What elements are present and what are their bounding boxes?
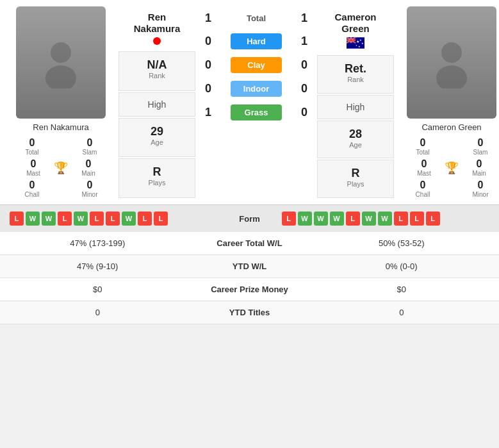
center-panel: 1 Total 1 0 Hard 1 0 Clay 0 0 Indoor (199, 6, 314, 198)
player1-rank-label: Rank (122, 72, 192, 79)
clay-score-p2: 0 (295, 58, 314, 72)
form-label: Form (224, 214, 275, 224)
grass-row: 1 Grass 0 (199, 104, 314, 120)
form-badge-l: L (138, 212, 152, 226)
player1-flag (153, 37, 161, 45)
stat-label: Chall (25, 191, 40, 198)
p2-career-wl: 50% (53-52) (314, 238, 490, 248)
player2-plays-value: R (320, 167, 391, 180)
player2-age-value: 28 (320, 128, 391, 141)
player1-avatar (16, 6, 106, 119)
player2-name-label: Cameron Green (421, 122, 481, 132)
player2-high-value: High (320, 102, 391, 112)
stat-cell: 0Minor (64, 179, 115, 198)
p2-titles: 0 (314, 308, 490, 317)
stat-value: 0 (477, 158, 482, 170)
form-badge-l: L (282, 212, 296, 226)
p2-prize: $0 (314, 285, 490, 294)
form-badge-l: L (154, 212, 168, 226)
indoor-row: 0 Indoor 0 (199, 81, 314, 97)
stat-label: Main (472, 170, 486, 177)
mast-trophy-main-row: 0Mast🏆0Main (6, 158, 115, 177)
player2-name-display: CameronGreen (320, 12, 391, 35)
form-badge-l: L (410, 212, 424, 226)
form-badge-w: W (42, 212, 56, 226)
p1-titles: 0 (10, 308, 186, 317)
player2-plays-box: R Plays (317, 160, 394, 198)
total-label: Total (231, 13, 282, 23)
top-section: Ren Nakamura 0Total0Slam0Mast🏆0Main0Chal… (0, 0, 499, 204)
form-badge-l: L (10, 212, 24, 226)
player2-rank-box: Ret. Rank (317, 55, 394, 94)
stat-cell: 0Minor (455, 179, 499, 198)
player1-name-box: RenNakamura (119, 6, 195, 50)
titles-row: 0 YTD Titles 0 (0, 301, 499, 324)
svg-text:★: ★ (356, 44, 357, 47)
player1-high-box: High (119, 92, 195, 117)
player2-flag: ★ ★ ★ ★ ★ (347, 37, 364, 49)
stat-cell: 0Slam (455, 137, 499, 156)
svg-text:★: ★ (356, 40, 359, 44)
stat-cell: 0Main (68, 158, 109, 177)
clay-row: 0 Clay 0 (199, 57, 314, 73)
indoor-score-p1: 0 (199, 82, 218, 95)
svg-text:★: ★ (359, 39, 362, 42)
player1-name-label: Ren Nakamura (33, 122, 88, 132)
player2-info-panel: CameronGreen ★ ★ (317, 6, 394, 198)
svg-point-0 (51, 42, 71, 63)
player2-high-box: High (317, 95, 394, 119)
stat-value: 0 (420, 137, 426, 149)
main-container: Ren Nakamura 0Total0Slam0Mast🏆0Main0Chal… (0, 0, 499, 324)
player2-avatar (407, 6, 496, 119)
stat-label: Mast (417, 170, 431, 177)
p1-ytd-wl: 47% (9-10) (10, 261, 186, 271)
player1-plays-label: Plays (122, 179, 192, 187)
svg-point-17 (441, 42, 462, 63)
player1-name-display: RenNakamura (121, 12, 193, 35)
indoor-badge: Indoor (231, 81, 282, 97)
stat-label: Total (416, 149, 429, 156)
player1-stats-grid: 0Total0Slam0Mast🏆0Main0Chall0Minor (6, 137, 115, 198)
stat-label: Minor (81, 191, 97, 198)
ytd-wl-label: YTD W/L (186, 261, 314, 271)
form-badge-w: W (26, 212, 40, 226)
stat-label: Slam (83, 149, 97, 156)
stat-value: 0 (86, 158, 92, 170)
stat-label: Chall (416, 191, 430, 198)
player1-age-value: 29 (122, 125, 192, 138)
stat-value: 0 (87, 179, 93, 191)
stat-value: 0 (29, 179, 35, 191)
stat-label: Mast (26, 170, 40, 177)
mast-trophy-main-row-p2: 0Mast🏆0Main (397, 158, 499, 177)
surface-rows: 0 Hard 1 0 Clay 0 0 Indoor 0 1 Grass (199, 30, 314, 124)
player2-age-label: Age (320, 141, 391, 149)
form-badge-l: L (346, 212, 360, 226)
stat-cell: 0Mast (404, 158, 445, 177)
stat-cell: 0Main (459, 158, 499, 177)
player1-high-value: High (122, 99, 192, 110)
p2-ytd-wl: 0% (0-0) (314, 261, 490, 271)
form-badge-l: L (58, 212, 72, 226)
player2-stats-grid: 0Total0Slam0Mast🏆0Main0Chall0Minor (397, 137, 499, 198)
ytd-wl-row: 47% (9-10) YTD W/L 0% (0-0) (0, 255, 499, 278)
trophy-icon-p2: 🏆 (445, 161, 459, 175)
stat-cell: 0Mast (13, 158, 54, 177)
player1-age-box: 29 Age (119, 118, 195, 158)
player2-rank-value: Ret. (320, 62, 391, 76)
stat-label: Total (25, 149, 38, 156)
player1-age-label: Age (122, 138, 192, 146)
stat-label: Minor (472, 191, 488, 198)
player2-card: Cameron Green 0Total0Slam0Mast🏆0Main0Cha… (397, 6, 499, 198)
svg-point-18 (436, 65, 467, 88)
svg-rect-11 (347, 40, 356, 40)
hard-row: 0 Hard 1 (199, 33, 314, 49)
stats-section: 47% (173-199) Career Total W/L 50% (53-5… (0, 232, 499, 324)
player2-plays-label: Plays (320, 180, 391, 188)
stat-cell: 0Chall (6, 179, 58, 198)
form-badge-w: W (362, 212, 376, 226)
career-wl-row: 47% (173-199) Career Total W/L 50% (53-5… (0, 232, 499, 255)
hard-score-p2: 1 (295, 35, 314, 48)
form-badge-l: L (426, 212, 440, 226)
prize-label: Career Prize Money (186, 285, 314, 294)
stat-value: 0 (478, 179, 484, 191)
